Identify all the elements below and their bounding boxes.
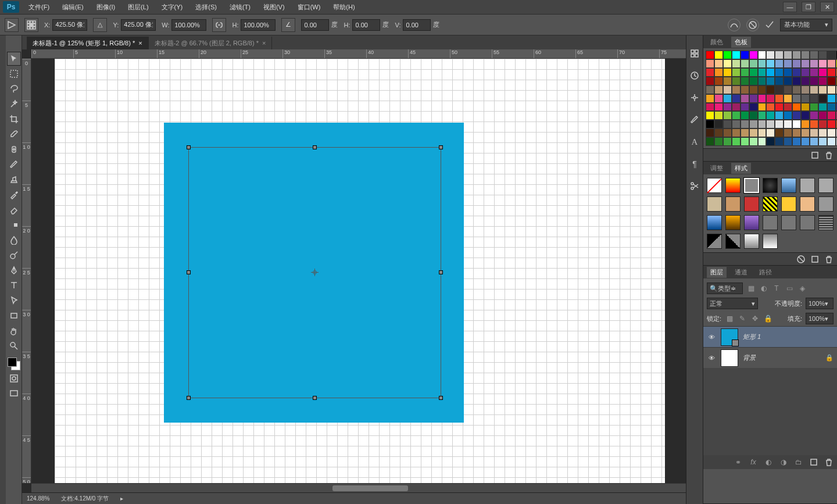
tab-adjustments[interactable]: 调整 — [707, 163, 727, 174]
swatch[interactable] — [801, 51, 810, 59]
swatch[interactable] — [801, 120, 810, 128]
swatch[interactable] — [749, 137, 758, 146]
swatch[interactable] — [792, 85, 801, 94]
swatch[interactable] — [749, 51, 758, 59]
swatch[interactable] — [784, 51, 792, 59]
x-field[interactable] — [52, 19, 87, 31]
swatch[interactable] — [775, 85, 784, 94]
swatch[interactable] — [784, 137, 792, 146]
tab-layers[interactable]: 图层 — [707, 267, 727, 278]
swatch[interactable] — [723, 59, 732, 68]
swatch[interactable] — [732, 94, 741, 103]
angle-icon[interactable]: ∠ — [281, 18, 295, 32]
swatch[interactable] — [792, 51, 801, 59]
style-thumb[interactable] — [763, 178, 778, 193]
swatch[interactable] — [732, 137, 741, 146]
swatch[interactable] — [818, 77, 827, 85]
swatch[interactable] — [758, 59, 767, 68]
swatch[interactable] — [792, 111, 801, 120]
swatch[interactable] — [827, 111, 836, 120]
swatch[interactable] — [792, 94, 801, 103]
swatch[interactable] — [792, 77, 801, 85]
type-tool[interactable] — [7, 278, 21, 292]
style-thumb[interactable] — [763, 196, 778, 212]
swatch[interactable] — [766, 59, 775, 68]
swatch[interactable] — [766, 68, 775, 77]
swatch[interactable] — [818, 85, 827, 94]
layer-row[interactable]: 👁 矩形 1 — [703, 326, 837, 347]
swatch[interactable] — [818, 137, 827, 146]
actions-panel-icon[interactable] — [688, 69, 701, 82]
fill-field[interactable]: 100% ▾ — [806, 313, 834, 324]
swatch[interactable] — [775, 120, 784, 128]
swatch[interactable] — [792, 120, 801, 128]
swatch[interactable] — [732, 120, 741, 128]
swatch[interactable] — [810, 77, 818, 85]
style-thumb[interactable] — [725, 178, 741, 193]
swatch[interactable] — [732, 128, 741, 137]
styles-grid[interactable] — [703, 174, 837, 252]
rectangle-tool[interactable] — [7, 309, 21, 323]
style-thumb[interactable] — [818, 196, 834, 212]
canvas-viewport[interactable] — [31, 59, 686, 483]
layer-thumbnail[interactable] — [721, 349, 738, 367]
swatch[interactable] — [801, 103, 810, 112]
swatch[interactable] — [810, 103, 818, 112]
healing-brush-tool[interactable] — [7, 142, 21, 156]
filter-type-icon[interactable]: T — [772, 284, 781, 293]
swatch[interactable] — [758, 128, 767, 137]
eyedropper-tool[interactable] — [7, 127, 21, 141]
new-swatch-icon[interactable] — [810, 151, 820, 160]
swatch[interactable] — [749, 77, 758, 85]
style-thumb[interactable] — [781, 178, 796, 193]
opacity-field[interactable]: 100% ▾ — [806, 298, 834, 309]
swatch[interactable] — [818, 103, 827, 112]
transform-handle-tr[interactable] — [439, 145, 443, 149]
menu-layer[interactable]: 图层(L) — [124, 1, 152, 13]
swatch[interactable] — [775, 68, 784, 77]
transform-bounding-box[interactable] — [188, 147, 441, 398]
transform-handle-br[interactable] — [439, 396, 443, 400]
swatch[interactable] — [714, 59, 723, 68]
swatch[interactable] — [827, 120, 836, 128]
swatch[interactable] — [766, 51, 775, 59]
style-none[interactable] — [707, 178, 722, 193]
gradient-tool[interactable] — [7, 218, 21, 232]
swatch[interactable] — [741, 68, 749, 77]
swatch[interactable] — [706, 77, 714, 85]
swatch[interactable] — [801, 77, 810, 85]
swatch[interactable] — [827, 77, 836, 85]
move-tool[interactable] — [7, 52, 21, 66]
quick-mask-icon[interactable] — [7, 371, 21, 385]
swatch[interactable] — [758, 94, 767, 103]
style-thumb[interactable] — [725, 234, 741, 249]
swatch[interactable] — [784, 68, 792, 77]
swatch[interactable] — [784, 94, 792, 103]
layer-thumbnail[interactable] — [721, 328, 738, 346]
swatch[interactable] — [732, 103, 741, 112]
style-thumb[interactable] — [763, 215, 778, 230]
swatch[interactable] — [801, 94, 810, 103]
swatch[interactable] — [732, 111, 741, 120]
swatch[interactable] — [775, 77, 784, 85]
skew-v-field[interactable] — [403, 19, 431, 31]
swatch[interactable] — [714, 94, 723, 103]
swatch[interactable] — [784, 111, 792, 120]
new-group-icon[interactable]: 🗀 — [794, 457, 803, 467]
swatch[interactable] — [749, 85, 758, 94]
style-thumb[interactable] — [707, 196, 722, 212]
swatch[interactable] — [792, 137, 801, 146]
swatch[interactable] — [801, 137, 810, 146]
swatch[interactable] — [792, 103, 801, 112]
pen-tool[interactable] — [7, 263, 21, 277]
swatch[interactable] — [775, 51, 784, 59]
swatch[interactable] — [792, 68, 801, 77]
swatch[interactable] — [741, 103, 749, 112]
swatch[interactable] — [775, 111, 784, 120]
swatch[interactable] — [766, 111, 775, 120]
swatch[interactable] — [714, 103, 723, 112]
swatch[interactable] — [766, 137, 775, 146]
swatch[interactable] — [706, 103, 714, 112]
swatch[interactable] — [810, 137, 818, 146]
scrollbar-thumb[interactable] — [332, 485, 408, 491]
